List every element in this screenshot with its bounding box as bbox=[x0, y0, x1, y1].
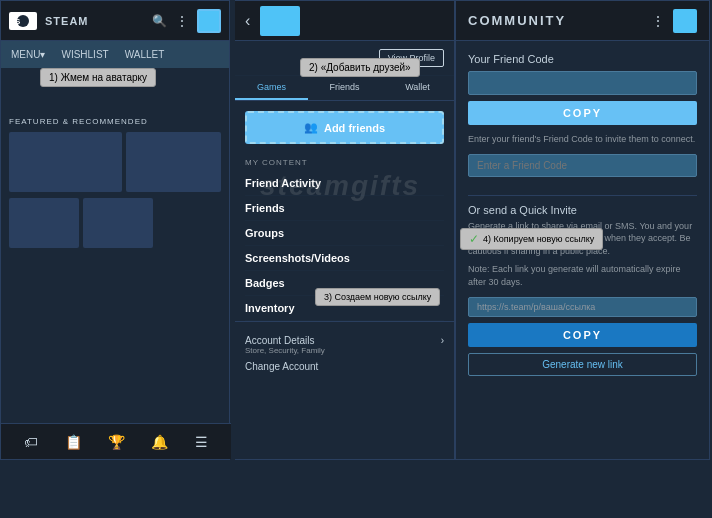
invite-link-url: https://s.team/p/ваша/ссылка bbox=[468, 297, 697, 317]
featured-grid bbox=[9, 132, 221, 192]
friend-code-input[interactable] bbox=[468, 71, 697, 95]
check-icon: ✓ bbox=[469, 232, 479, 246]
add-friends-icon: 👥 bbox=[304, 121, 318, 134]
menu-friend-activity[interactable]: Friend Activity bbox=[245, 171, 444, 196]
search-icon[interactable]: 🔍 bbox=[152, 14, 167, 28]
generate-link-button[interactable]: Generate new link bbox=[468, 353, 697, 376]
tooltip-copy-link: ✓ 4) Копируем новую ссылку bbox=[460, 228, 603, 250]
bottom-nav-store-icon[interactable]: 🏷 bbox=[24, 434, 38, 450]
back-arrow-icon[interactable]: ‹ bbox=[245, 12, 250, 30]
menu-dots-icon[interactable]: ⋮ bbox=[175, 13, 189, 29]
nav-wishlist[interactable]: WISHLIST bbox=[57, 49, 112, 60]
change-account-item[interactable]: Change Account bbox=[245, 358, 444, 375]
copy-link-button[interactable]: COPY bbox=[468, 323, 697, 347]
add-friends-button[interactable]: 👥 Add friends bbox=[245, 111, 444, 144]
tooltip-click-avatar: 1) Жмем на аватарку bbox=[40, 68, 156, 87]
tooltip-4-text: 4) Копируем новую ссылку bbox=[483, 234, 594, 244]
account-details-label: Account Details bbox=[245, 335, 314, 346]
nav-menu[interactable]: MENU▾ bbox=[7, 49, 49, 60]
account-section: Account Details › Store, Security, Famil… bbox=[235, 321, 454, 385]
svg-text:S: S bbox=[15, 17, 21, 26]
enter-friend-code-input[interactable] bbox=[468, 154, 697, 177]
tooltip-generate-link: 3) Создаем новую ссылку bbox=[315, 288, 440, 306]
menu-groups[interactable]: Groups bbox=[245, 221, 444, 246]
tab-games[interactable]: Games bbox=[235, 76, 308, 100]
account-details-arrow: › bbox=[441, 335, 444, 346]
steam-avatar[interactable] bbox=[197, 9, 221, 33]
steam-left-content: FEATURED & RECOMMENDED bbox=[1, 69, 229, 256]
quick-invite-title: Or send a Quick Invite bbox=[468, 204, 697, 216]
steam-logo: S bbox=[9, 12, 37, 30]
nav-wallet[interactable]: WALLET bbox=[121, 49, 169, 60]
featured-item-1 bbox=[9, 132, 122, 192]
community-avatar bbox=[673, 9, 697, 33]
profile-avatar-header bbox=[260, 6, 300, 36]
bottom-nav-library-icon[interactable]: 📋 bbox=[65, 434, 82, 450]
menu-screenshots-videos[interactable]: Screenshots/Videos bbox=[245, 246, 444, 271]
bottom-nav-notifications-icon[interactable]: 🔔 bbox=[151, 434, 168, 450]
middle-header: ‹ bbox=[235, 1, 454, 41]
community-menu-dots-icon[interactable]: ⋮ bbox=[651, 13, 665, 29]
menu-friends[interactable]: Friends bbox=[245, 196, 444, 221]
steam-nav: MENU▾ WISHLIST WALLET bbox=[1, 41, 229, 69]
add-friends-label: Add friends bbox=[324, 122, 385, 134]
featured-item-4 bbox=[83, 198, 153, 248]
tooltip-add-friends: 2) «Добавить друзей» bbox=[300, 58, 420, 77]
invite-description: Enter your friend's Friend Code to invit… bbox=[468, 133, 697, 146]
divider bbox=[468, 195, 697, 196]
tab-friends[interactable]: Friends bbox=[308, 76, 381, 100]
featured-item-2 bbox=[126, 132, 221, 192]
quick-invite-note: Note: Each link you generate will automa… bbox=[468, 263, 697, 288]
steam-header: S STEAM 🔍 ⋮ bbox=[1, 1, 229, 41]
copy-friend-code-button[interactable]: COPY bbox=[468, 101, 697, 125]
community-header: COMMUNITY ⋮ bbox=[456, 1, 709, 41]
community-title: COMMUNITY bbox=[468, 13, 643, 28]
account-details-sub: Store, Security, Family bbox=[245, 346, 444, 355]
featured-label: FEATURED & RECOMMENDED bbox=[9, 117, 221, 126]
featured-item-3 bbox=[9, 198, 79, 248]
steam-bottom-nav: 🏷 📋 🏆 🔔 ☰ bbox=[1, 423, 231, 459]
bottom-nav-achievements-icon[interactable]: 🏆 bbox=[108, 434, 125, 450]
steam-title-text: STEAM bbox=[45, 15, 89, 27]
friend-code-section-title: Your Friend Code bbox=[468, 53, 697, 65]
account-details-item[interactable]: Account Details › Store, Security, Famil… bbox=[245, 332, 444, 358]
profile-tabs: Games Friends Wallet bbox=[235, 76, 454, 101]
bottom-nav-menu-icon[interactable]: ☰ bbox=[195, 434, 208, 450]
tab-wallet[interactable]: Wallet bbox=[381, 76, 454, 100]
my-content-label: MY CONTENT bbox=[235, 154, 454, 171]
right-content: Your Friend Code COPY Enter your friend'… bbox=[456, 41, 709, 388]
